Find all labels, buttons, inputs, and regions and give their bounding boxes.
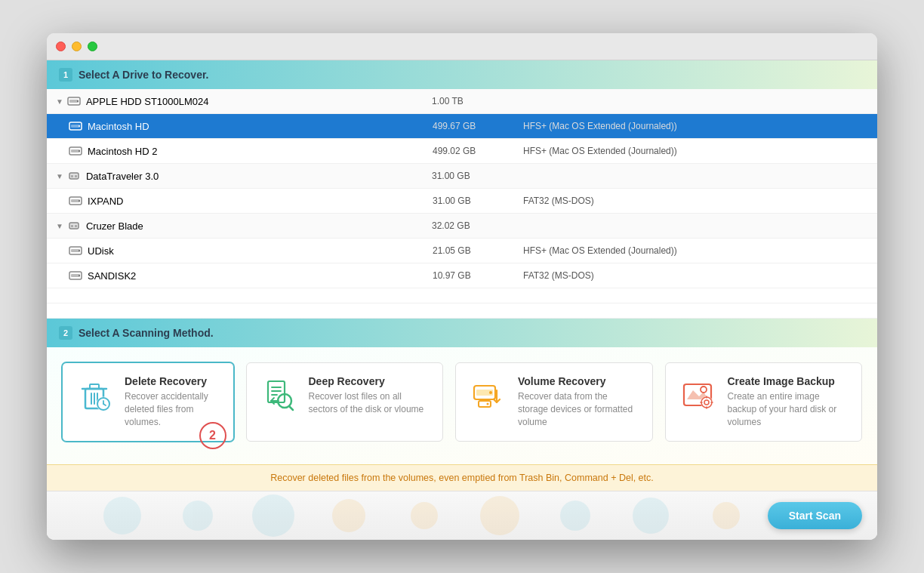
method-wrapper-delete: Delete Recovery Recover accidentally del… bbox=[62, 362, 234, 441]
drive-size: 499.67 GB bbox=[433, 121, 523, 131]
volume-icon bbox=[68, 243, 83, 258]
status-bar: Recover deleted files from the volumes, … bbox=[47, 464, 877, 491]
volume-icon bbox=[68, 193, 83, 208]
svg-rect-9 bbox=[69, 173, 79, 179]
close-button[interactable] bbox=[56, 42, 66, 51]
svg-rect-15 bbox=[69, 223, 79, 229]
method-title-delete: Delete Recovery bbox=[125, 375, 221, 387]
drive-size: 31.00 GB bbox=[433, 196, 523, 206]
drive-name: IXPAND bbox=[88, 196, 433, 207]
svg-point-2 bbox=[77, 100, 79, 102]
drive-size: 21.05 GB bbox=[433, 245, 523, 256]
start-scan-button[interactable]: Start Scan bbox=[768, 502, 862, 529]
method-desc-deep: Recover lost files on all sectors of the… bbox=[309, 390, 431, 416]
svg-rect-26 bbox=[90, 384, 99, 389]
status-text: Recover deleted files from the volumes, … bbox=[270, 473, 654, 483]
svg-point-5 bbox=[79, 125, 80, 127]
drive-fs: HFS+ (Mac OS Extended (Journaled)) bbox=[523, 146, 868, 156]
volume-icon bbox=[68, 268, 83, 283]
method-text-volume: Volume Recovery Recover data from the st… bbox=[518, 375, 640, 428]
volume-icon bbox=[68, 143, 83, 159]
method-card-volume-recovery[interactable]: Volume Recovery Recover data from the st… bbox=[455, 362, 653, 441]
method-title-image: Create Image Backup bbox=[728, 375, 850, 387]
section2-content: Delete Recovery Recover accidentally del… bbox=[47, 347, 877, 464]
svg-rect-34 bbox=[268, 381, 285, 402]
svg-point-44 bbox=[487, 403, 489, 405]
section1-number: 1 bbox=[59, 68, 72, 82]
deep-recovery-icon bbox=[259, 375, 298, 414]
drive-row[interactable]: Macintosh HD 2 499.02 GB HFS+ (Mac OS Ex… bbox=[47, 139, 877, 164]
drive-row[interactable]: ▼ DataTraveler 3.0 31.00 GB bbox=[47, 164, 877, 189]
chevron-icon: ▼ bbox=[56, 172, 63, 180]
minimize-button[interactable] bbox=[72, 42, 82, 51]
method-text-delete: Delete Recovery Recover accidentally del… bbox=[125, 375, 221, 428]
svg-point-57 bbox=[332, 499, 365, 532]
spacer bbox=[47, 303, 877, 319]
method-card-create-image[interactable]: Create Image Backup Create an entire ima… bbox=[665, 362, 863, 441]
spacer bbox=[47, 288, 877, 303]
hdd-icon bbox=[66, 94, 82, 109]
drive-fs: FAT32 (MS-DOS) bbox=[523, 196, 868, 206]
section2-title: Select A Scanning Method. bbox=[79, 327, 214, 339]
footer-decorations bbox=[47, 491, 877, 540]
drive-fs: HFS+ (Mac OS Extended (Journaled)) bbox=[523, 121, 868, 131]
drive-name: DataTraveler 3.0 bbox=[86, 171, 432, 182]
method-desc-image: Create an entire image backup of your ha… bbox=[728, 390, 850, 428]
drive-name: SANDISK2 bbox=[88, 270, 433, 282]
svg-point-46 bbox=[701, 387, 707, 393]
svg-rect-43 bbox=[479, 401, 491, 407]
method-title-volume: Volume Recovery bbox=[518, 375, 640, 387]
chevron-icon: ▼ bbox=[56, 222, 63, 230]
volume-recovery-icon bbox=[468, 375, 507, 414]
drive-row[interactable]: SANDISK2 10.97 GB FAT32 (MS-DOS) bbox=[47, 263, 877, 288]
chevron-icon: ▼ bbox=[56, 97, 63, 106]
section2-header: 2 Select A Scanning Method. bbox=[47, 319, 877, 347]
section2-number: 2 bbox=[59, 326, 72, 340]
drive-size: 32.02 GB bbox=[432, 220, 522, 231]
svg-point-59 bbox=[480, 496, 519, 535]
drive-row[interactable]: IXPAND 31.00 GB FAT32 (MS-DOS) bbox=[47, 189, 877, 214]
section1-header: 1 Select A Drive to Recover. bbox=[47, 60, 877, 89]
svg-point-14 bbox=[79, 200, 80, 202]
footer: Start Scan bbox=[47, 491, 877, 540]
drive-list: ▼ APPLE HDD ST1000LM024 1.00 TB bbox=[47, 89, 877, 319]
drive-name: APPLE HDD ST1000LM024 bbox=[86, 96, 432, 107]
svg-point-56 bbox=[252, 494, 294, 537]
svg-point-8 bbox=[79, 150, 80, 152]
svg-point-23 bbox=[79, 275, 80, 276]
drive-row[interactable]: UDisk 21.05 GB HFS+ (Mac OS Extended (Jo… bbox=[47, 239, 877, 263]
drive-size: 499.02 GB bbox=[433, 146, 523, 156]
svg-point-42 bbox=[489, 391, 492, 394]
svg-point-20 bbox=[79, 250, 80, 251]
svg-rect-16 bbox=[71, 225, 73, 227]
drive-size: 31.00 GB bbox=[432, 171, 522, 181]
usb-icon bbox=[66, 168, 82, 183]
drive-name: Macintosh HD 2 bbox=[88, 146, 433, 157]
drive-row[interactable]: ▼ Cruzer Blade 32.02 GB bbox=[47, 214, 877, 239]
method-desc-volume: Recover data from the storage devices or… bbox=[518, 390, 640, 428]
scan-methods: Delete Recovery Recover accidentally del… bbox=[62, 362, 862, 441]
usb-icon bbox=[66, 218, 82, 233]
method-card-deep-recovery[interactable]: Deep Recovery Recover lost files on all … bbox=[246, 362, 444, 441]
volume-icon bbox=[68, 119, 83, 134]
svg-point-61 bbox=[633, 498, 669, 534]
svg-point-55 bbox=[183, 501, 213, 531]
drive-row[interactable]: ▼ APPLE HDD ST1000LM024 1.00 TB bbox=[47, 89, 877, 114]
drive-size: 10.97 GB bbox=[433, 270, 523, 281]
maximize-button[interactable] bbox=[88, 42, 97, 51]
svg-point-58 bbox=[411, 502, 438, 529]
method-title-deep: Deep Recovery bbox=[309, 375, 431, 387]
method-text-deep: Deep Recovery Recover lost files on all … bbox=[309, 375, 431, 416]
content-area: 1 Select A Drive to Recover. ▼ APPLE HDD… bbox=[47, 60, 877, 539]
drive-fs: HFS+ (Mac OS Extended (Journaled)) bbox=[523, 245, 868, 256]
method-text-image: Create Image Backup Create an entire ima… bbox=[728, 375, 850, 428]
drive-name: Cruzer Blade bbox=[86, 220, 432, 232]
drive-name: Macintosh HD bbox=[88, 121, 433, 132]
create-image-icon bbox=[678, 375, 717, 414]
drive-row[interactable]: Macintosh HD 499.67 GB HFS+ (Mac OS Exte… bbox=[47, 114, 877, 139]
svg-point-60 bbox=[560, 501, 590, 531]
drive-fs: FAT32 (MS-DOS) bbox=[523, 270, 868, 281]
delete-recovery-icon bbox=[75, 375, 114, 414]
svg-rect-10 bbox=[71, 175, 73, 177]
svg-rect-17 bbox=[75, 225, 77, 227]
